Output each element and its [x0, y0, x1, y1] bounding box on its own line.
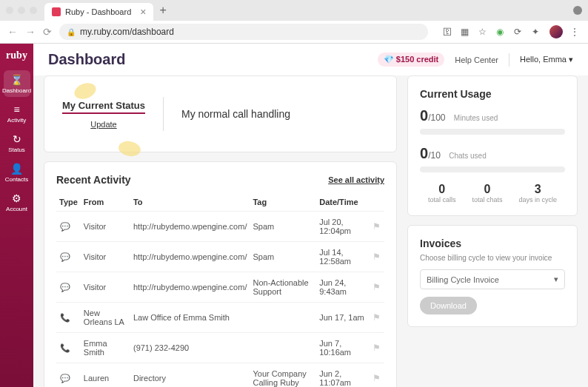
call-icon: 📞	[59, 342, 71, 354]
update-link[interactable]: Update	[62, 120, 145, 129]
status-icon: ↻	[13, 133, 21, 145]
sidebar-label: Activity	[7, 117, 26, 124]
sidebar-item-status[interactable]: ↻ Status	[4, 129, 30, 156]
cell-date: Jun 2, 11:07am	[316, 363, 370, 388]
activity-table: Type From To Tag Date/Time 💬 Visitor htt…	[56, 193, 384, 387]
download-button[interactable]: Download	[420, 297, 477, 314]
cell-from: Visitor	[81, 242, 130, 272]
col-from: From	[81, 193, 130, 212]
see-all-activity-link[interactable]: See all activity	[328, 175, 384, 184]
close-tab-icon[interactable]: ×	[140, 6, 146, 18]
col-to: To	[130, 193, 250, 212]
credit-badge[interactable]: 💎 $150 credit	[378, 53, 445, 67]
usage-card: Current Usage 0/100 Minutes used 0/10 Ch…	[407, 75, 578, 216]
cell-date: Jun 7, 10:16am	[316, 333, 370, 363]
activity-title: Recent Activity	[56, 174, 131, 186]
window-minimize[interactable]	[18, 7, 25, 14]
chats-label: Chats used	[449, 152, 487, 160]
minutes-used: 0	[420, 107, 428, 124]
table-row[interactable]: 💬 Visitor http://rubydemo.wpengine.com/ …	[56, 272, 384, 303]
cell-date: Jul 20, 12:04pm	[316, 212, 370, 242]
close-window-icon[interactable]	[573, 6, 582, 15]
stat-num: 0	[472, 183, 502, 196]
stat-label: total calls	[428, 196, 456, 203]
back-button[interactable]: ←	[7, 26, 18, 38]
sidebar-item-dashboard[interactable]: ⌛ Dashboard	[4, 70, 30, 97]
stat-num: 0	[428, 183, 456, 196]
flag-icon[interactable]: ⚑	[372, 282, 381, 292]
minutes-total: /100	[428, 112, 445, 123]
new-tab-button[interactable]: +	[159, 4, 166, 17]
col-flag	[370, 193, 384, 212]
cell-to: (971) 232-4290	[130, 333, 250, 363]
contacts-icon: 👤	[10, 163, 23, 175]
flag-icon[interactable]: ⚑	[372, 373, 381, 383]
cell-tag	[250, 303, 316, 333]
sidebar: ruby ⌛ Dashboard ≡ Activity ↻ Status 👤 C…	[0, 44, 33, 387]
flag-icon[interactable]: ⚑	[372, 343, 381, 353]
forward-button[interactable]: →	[25, 26, 36, 38]
flag-icon[interactable]: ⚑	[372, 252, 381, 262]
flag-icon[interactable]: ⚑	[372, 312, 381, 323]
logo: ruby	[6, 50, 27, 61]
star-icon[interactable]: ☆	[478, 27, 489, 37]
decoration	[117, 140, 141, 158]
col-date: Date/Time	[316, 193, 370, 212]
menu-icon[interactable]: ⋮	[570, 27, 581, 37]
dashboard-icon: ⌛	[10, 74, 23, 86]
user-dropdown[interactable]: Hello, Emma ▾	[520, 55, 573, 64]
extension-icon[interactable]: ◉	[496, 27, 507, 37]
table-row[interactable]: 💬 Lauren Directory Your Company Calling …	[56, 363, 384, 388]
help-center-link[interactable]: Help Center	[455, 55, 498, 64]
reload-button[interactable]: ⟳	[43, 26, 52, 38]
window-maximize[interactable]	[30, 7, 37, 14]
stat-label: days in cycle	[518, 196, 557, 203]
chat-icon: 💬	[59, 221, 71, 232]
url-bar: ← → ⟳ 🔒 my.ruby.com/dashboard ⚿ ▦ ☆ ◉ ⟳ …	[0, 21, 588, 43]
usage-title: Current Usage	[420, 88, 565, 100]
stat: 3days in cycle	[518, 183, 557, 203]
stat: 0total chats	[472, 183, 502, 203]
col-tag: Tag	[250, 193, 316, 212]
window-close[interactable]	[6, 7, 13, 14]
flag-icon[interactable]: ⚑	[372, 221, 381, 232]
sidebar-item-contacts[interactable]: 👤 Contacts	[4, 159, 30, 186]
cell-tag: Non-Actionable Support	[250, 272, 316, 303]
lock-icon: 🔒	[67, 28, 76, 36]
puzzle-icon[interactable]: ✦	[532, 27, 542, 37]
invoices-sub: Choose billing cycle to view your invoic…	[420, 254, 565, 262]
status-title: My Current Status	[62, 100, 145, 114]
key-icon[interactable]: ⚿	[443, 27, 453, 37]
account-icon: ⚙	[12, 192, 21, 204]
chats-used: 0	[420, 145, 428, 161]
sidebar-item-activity[interactable]: ≡ Activity	[4, 100, 30, 127]
sidebar-item-account[interactable]: ⚙ Account	[4, 189, 30, 215]
cell-date: Jul 14, 12:58am	[316, 242, 370, 272]
cell-to: Law Office of Emma Smith	[130, 303, 250, 333]
table-row[interactable]: 📞 New Orleans LA Law Office of Emma Smit…	[56, 303, 384, 333]
table-row[interactable]: 📞 Emma Smith (971) 232-4290 Jun 7, 10:16…	[56, 333, 384, 363]
table-row[interactable]: 💬 Visitor http://rubydemo.wpengine.com/ …	[56, 242, 384, 272]
stat-label: total chats	[472, 196, 502, 203]
chats-total: /10	[428, 150, 441, 161]
activity-card: Recent Activity See all activity Type Fr…	[44, 161, 397, 387]
browser-tab[interactable]: Ruby - Dashboard ×	[44, 3, 153, 21]
billing-cycle-select[interactable]: Billing Cycle Invoice ▾	[420, 269, 565, 289]
cell-to: http://rubydemo.wpengine.com/	[130, 242, 250, 272]
sidebar-label: Account	[6, 206, 27, 212]
app-header: Dashboard 💎 $150 credit Help Center Hell…	[33, 44, 588, 75]
qr-icon[interactable]: ▦	[461, 27, 471, 37]
extensions-menu-icon[interactable]: ⟳	[514, 27, 524, 37]
url-input[interactable]: 🔒 my.ruby.com/dashboard	[59, 24, 428, 40]
cell-to: Directory	[130, 363, 250, 388]
profile-avatar[interactable]	[549, 25, 563, 38]
status-text: My normal call handling	[181, 108, 290, 120]
cell-from: Lauren	[81, 363, 130, 388]
cell-to: http://rubydemo.wpengine.com/	[130, 212, 250, 242]
table-row[interactable]: 💬 Visitor http://rubydemo.wpengine.com/ …	[56, 212, 384, 242]
minutes-label: Minutes used	[454, 114, 498, 122]
chat-icon: 💬	[59, 372, 71, 384]
cell-from: New Orleans LA	[81, 303, 130, 333]
invoices-card: Invoices Choose billing cycle to view yo…	[407, 225, 578, 327]
select-label: Billing Cycle Invoice	[427, 275, 499, 284]
